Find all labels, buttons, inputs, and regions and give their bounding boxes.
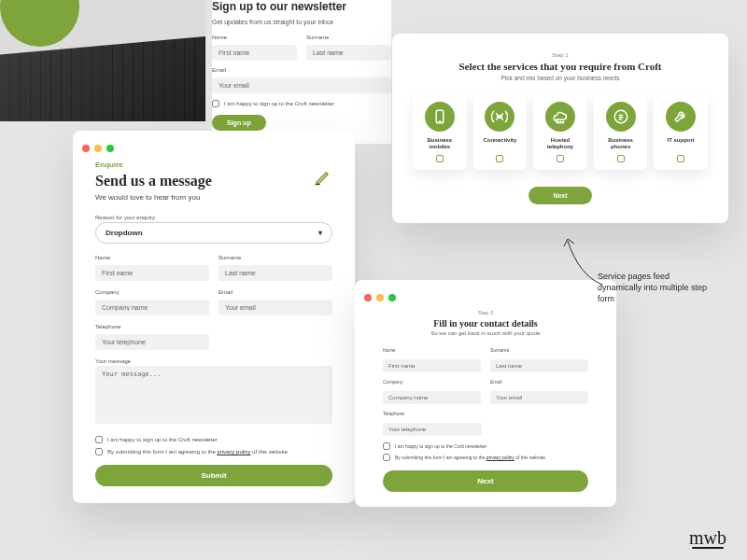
contact-subtitle: So we can get back in touch with your qu… — [383, 330, 588, 336]
email-label: Email — [490, 379, 588, 385]
service-card-mobiles[interactable]: Business mobiles — [413, 94, 467, 170]
name-input[interactable] — [95, 265, 209, 281]
enquire-eyebrow: Enquire — [95, 161, 332, 169]
surname-input[interactable] — [306, 45, 391, 61]
company-label: Company — [383, 379, 481, 385]
svg-point-4 — [559, 121, 561, 123]
mobile-icon — [425, 102, 455, 132]
newsletter-title: Sign up to our newsletter — [212, 0, 391, 13]
service-checkbox[interactable] — [557, 155, 564, 162]
svg-point-3 — [557, 121, 558, 123]
annotation-text: Service pages feed dynamically into mult… — [598, 271, 710, 304]
submit-button[interactable]: Submit — [95, 465, 332, 486]
service-label: Business mobiles — [416, 137, 463, 150]
reason-dropdown[interactable]: Dropdown ▾ — [95, 222, 332, 244]
service-label: Business phones — [598, 137, 644, 150]
surname-input[interactable] — [490, 359, 588, 372]
company-label: Company — [95, 289, 209, 295]
email-input[interactable] — [490, 391, 588, 404]
antenna-icon — [485, 102, 514, 132]
reason-label: Reason for your enquiry — [95, 215, 332, 220]
enquire-window: Enquire Send us a message We would love … — [73, 131, 355, 503]
contact-window: Step 3 Fill in your contact details So w… — [355, 280, 616, 507]
company-input[interactable] — [95, 300, 209, 315]
newsletter-card: Sign up to our newsletter Get updates fr… — [212, 0, 391, 144]
service-card-hosted[interactable]: Hosted telephony — [533, 94, 587, 170]
service-card-connectivity[interactable]: Connectivity — [473, 94, 528, 170]
service-checkbox[interactable] — [496, 155, 503, 162]
email-label: Email — [218, 289, 332, 295]
service-card-phones[interactable]: Business phones — [594, 94, 648, 170]
service-checkbox[interactable] — [436, 155, 444, 162]
email-input[interactable] — [218, 300, 332, 315]
contact-title: Fill in your contact details — [383, 318, 588, 329]
telephone-label: Telephone — [95, 324, 209, 329]
telephone-input[interactable] — [383, 423, 482, 436]
email-label: Email — [212, 67, 391, 73]
next-button[interactable]: Next — [529, 187, 591, 204]
privacy-link[interactable]: privacy policy — [217, 449, 250, 455]
services-window: Step 1 Select the services that you requ… — [392, 34, 728, 223]
window-controls — [355, 289, 616, 306]
service-label: Hosted telephony — [537, 137, 584, 150]
enquire-newsletter-text: I am happy to sign up to the Croft newsl… — [107, 437, 218, 442]
window-controls — [73, 140, 355, 157]
phone-icon — [606, 102, 636, 132]
name-input[interactable] — [212, 45, 297, 61]
surname-label: Surname — [306, 35, 391, 40]
privacy-link[interactable]: privacy policy — [486, 455, 514, 460]
contact-newsletter-checkbox[interactable] — [383, 442, 390, 450]
service-card-it[interactable]: IT support — [654, 94, 708, 170]
newsletter-consent-checkbox[interactable] — [212, 100, 219, 107]
dropdown-value: Dropdown — [106, 229, 143, 237]
enquire-privacy-text: By submitting this form I am agreeing to… — [107, 449, 288, 455]
message-label: Your message — [95, 358, 332, 364]
step-label: Step 1 — [413, 52, 708, 58]
message-textarea[interactable] — [95, 366, 332, 424]
contact-privacy-text: By submitting this form I am agreeing to… — [395, 455, 545, 460]
newsletter-subtitle: Get updates from us straight to your inb… — [212, 19, 391, 25]
service-label: IT support — [668, 137, 695, 150]
signup-button[interactable]: Sign up — [212, 115, 266, 131]
signature: mwb — [689, 527, 726, 549]
pencil-icon — [314, 168, 332, 187]
svg-point-2 — [499, 116, 501, 119]
email-input[interactable] — [212, 77, 391, 93]
surname-input[interactable] — [218, 265, 332, 281]
service-label: Connectivity — [483, 137, 516, 150]
surname-label: Surname — [218, 255, 332, 260]
hero-image — [0, 0, 205, 121]
cloud-icon — [545, 102, 575, 132]
surname-label: Surname — [490, 347, 588, 353]
service-checkbox[interactable] — [617, 155, 625, 162]
enquire-newsletter-checkbox[interactable] — [95, 436, 103, 443]
contact-privacy-checkbox[interactable] — [383, 454, 390, 461]
newsletter-consent-text: I am happy to sign up to the Croft newsl… — [224, 101, 334, 106]
service-checkbox[interactable] — [677, 155, 684, 162]
name-label: Name — [212, 35, 297, 40]
telephone-input[interactable] — [95, 334, 209, 350]
name-label: Name — [95, 255, 209, 260]
telephone-label: Telephone — [383, 411, 482, 416]
name-label: Name — [383, 347, 481, 353]
wrench-icon — [666, 102, 696, 132]
enquire-title: Send us a message — [95, 173, 332, 189]
step-label: Step 3 — [383, 310, 588, 315]
enquire-privacy-checkbox[interactable] — [95, 448, 103, 455]
svg-point-5 — [562, 121, 564, 123]
services-title: Select the services that you require fro… — [413, 61, 708, 72]
contact-newsletter-text: I am happy to sign up to the Croft newsl… — [395, 443, 486, 449]
enquire-subtitle: We would love to hear from you — [95, 193, 332, 202]
chevron-down-icon: ▾ — [318, 229, 322, 237]
name-input[interactable] — [383, 359, 481, 372]
services-subtitle: Pick and mix based on your business need… — [413, 75, 708, 81]
company-input[interactable] — [383, 391, 481, 404]
next-button[interactable]: Next — [383, 470, 588, 492]
